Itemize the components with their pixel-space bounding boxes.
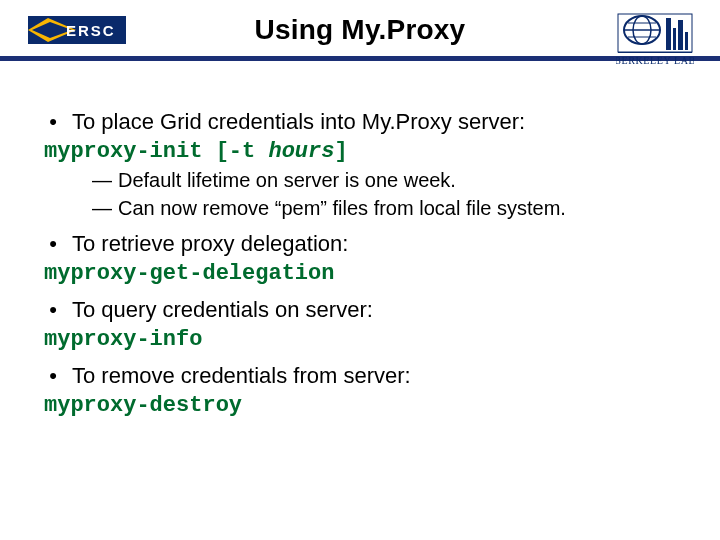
- slide-body: • To place Grid credentials into My.Prox…: [0, 72, 720, 420]
- bullet-group-3: • To query credentials on server: myprox…: [44, 296, 676, 354]
- svg-rect-13: [685, 32, 688, 50]
- em-dash-icon: —: [92, 168, 118, 194]
- code-1a: myproxy-init [-t: [44, 139, 268, 164]
- bullet-1-text: To place Grid credentials into My.Proxy …: [72, 108, 525, 136]
- svg-rect-11: [673, 28, 676, 50]
- bullet-group-1: • To place Grid credentials into My.Prox…: [44, 108, 676, 222]
- bullet-group-2: • To retrieve proxy delegation: myproxy-…: [44, 230, 676, 288]
- svg-rect-14: [618, 52, 692, 53]
- code-3-text: myproxy-info: [44, 327, 202, 352]
- header: ERSC Using My.Proxy BERKELEY LAB: [0, 0, 720, 72]
- em-dash-icon: —: [92, 196, 118, 222]
- bullet-1: • To place Grid credentials into My.Prox…: [44, 108, 676, 136]
- bullet-dot-icon: •: [44, 230, 62, 258]
- code-1: myproxy-init [-t hours]: [44, 136, 676, 166]
- sub-1-1-text: Default lifetime on server is one week.: [118, 169, 456, 191]
- bullet-dot-icon: •: [44, 296, 62, 324]
- code-4: myproxy-destroy: [44, 390, 676, 420]
- bullet-dot-icon: •: [44, 362, 62, 390]
- code-2-text: myproxy-get-delegation: [44, 261, 334, 286]
- svg-rect-12: [678, 20, 683, 50]
- bullet-4-text: To remove credentials from server:: [72, 362, 411, 390]
- svg-rect-10: [666, 18, 671, 50]
- code-1b: hours: [268, 139, 334, 164]
- code-3: myproxy-info: [44, 324, 676, 354]
- slide: ERSC Using My.Proxy BERKELEY LAB: [0, 0, 720, 540]
- bullet-2: • To retrieve proxy delegation:: [44, 230, 676, 258]
- berkeley-lab-logo-icon: BERKELEY LAB: [616, 6, 694, 70]
- bullet-dot-icon: •: [44, 108, 62, 136]
- bullet-3-text: To query credentials on server:: [72, 296, 373, 324]
- code-2: myproxy-get-delegation: [44, 258, 676, 288]
- svg-text:ERSC: ERSC: [66, 22, 116, 39]
- svg-text:BERKELEY LAB: BERKELEY LAB: [616, 55, 694, 66]
- berkeley-lab-logo: BERKELEY LAB: [616, 6, 694, 74]
- bullet-2-text: To retrieve proxy delegation:: [72, 230, 348, 258]
- nersc-logo-icon: ERSC: [28, 16, 126, 44]
- bullet-3: • To query credentials on server:: [44, 296, 676, 324]
- sub-1-1: —Default lifetime on server is one week.: [92, 168, 676, 194]
- sub-1-2: —Can now remove “pem” files from local f…: [92, 196, 676, 222]
- bullet-group-4: • To remove credentials from server: myp…: [44, 362, 676, 420]
- code-1c: ]: [334, 139, 347, 164]
- code-4-text: myproxy-destroy: [44, 393, 242, 418]
- header-rule: [0, 56, 720, 61]
- sub-1-2-text: Can now remove “pem” files from local fi…: [118, 197, 566, 219]
- nersc-logo: ERSC: [28, 16, 126, 48]
- bullet-4: • To remove credentials from server:: [44, 362, 676, 390]
